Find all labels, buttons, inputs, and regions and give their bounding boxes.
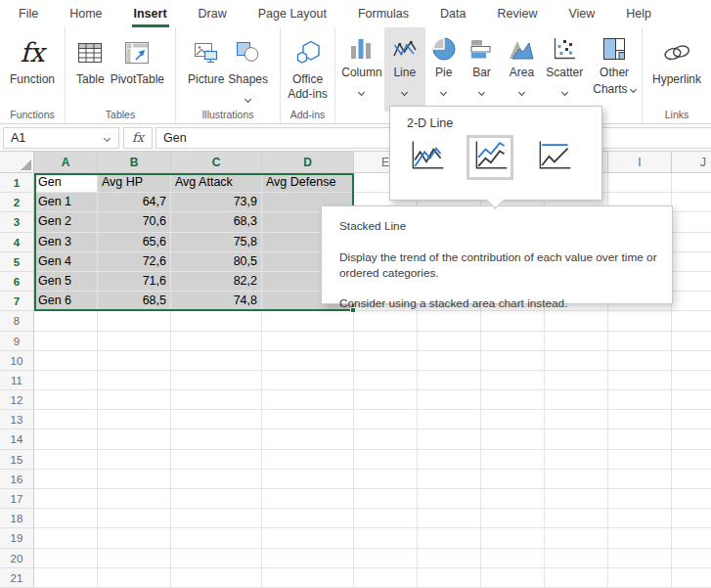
cell-C12[interactable] [171,390,262,410]
gallery-item-100-stacked-line[interactable] [530,135,577,180]
cell-G13[interactable] [481,410,545,430]
cell-A2[interactable]: Gen 1 [34,193,98,212]
cell-D1[interactable]: Avg Defense [262,173,354,193]
row-header-18[interactable]: 18 [0,509,34,528]
row-header-16[interactable]: 16 [0,470,34,489]
cell-I1[interactable] [608,173,672,193]
cell-C4[interactable]: 75,8 [171,233,262,252]
cell-G9[interactable] [481,332,545,351]
cell-B14[interactable] [98,430,171,449]
row-header-3[interactable]: 3 [0,212,34,232]
cell-G11[interactable] [481,371,545,390]
cell-D10[interactable] [262,351,354,371]
cell-F9[interactable] [418,332,481,351]
row-header-19[interactable]: 19 [0,528,34,548]
cell-H9[interactable] [545,332,608,351]
cell-B18[interactable] [98,509,171,528]
cell-I8[interactable] [608,311,672,331]
gallery-item-line[interactable] [403,135,450,180]
cell-G15[interactable] [481,450,545,470]
cell-B11[interactable] [98,371,171,390]
cell-J15[interactable] [672,450,711,470]
cell-B3[interactable]: 70,6 [98,212,171,232]
tab-review[interactable]: Review [497,0,537,27]
cell-I18[interactable] [608,509,672,528]
cell-D19[interactable] [262,528,354,548]
row-header-21[interactable]: 21 [0,568,34,588]
cell-E20[interactable] [354,549,418,568]
cell-G14[interactable] [481,430,545,449]
ribbon-button-other-charts[interactable]: OtherCharts [587,27,642,112]
picture-button[interactable]: Picture [188,27,224,108]
cell-H11[interactable] [545,371,608,390]
cell-H18[interactable] [545,509,608,528]
cell-B4[interactable]: 65,6 [98,233,171,252]
cell-I11[interactable] [608,371,672,390]
cell-F13[interactable] [418,410,481,430]
ribbon-button-pie[interactable]: Pie [425,27,463,112]
cell-H15[interactable] [545,450,608,470]
row-header-9[interactable]: 9 [0,332,34,351]
cell-C1[interactable]: Avg Attack [171,173,262,193]
cell-J1[interactable] [672,173,711,193]
cell-D12[interactable] [262,390,354,410]
cell-F16[interactable] [418,470,481,489]
cell-D15[interactable] [262,450,354,470]
row-header-6[interactable]: 6 [0,272,34,292]
column-header-C[interactable]: C [171,152,262,173]
cell-I15[interactable] [608,450,672,470]
cell-C9[interactable] [171,332,262,351]
shapes-button[interactable]: Shapes [228,27,268,108]
cell-B17[interactable] [98,489,171,509]
ribbon-button-column[interactable]: Column [339,27,384,112]
cell-B9[interactable] [98,332,171,351]
cell-G12[interactable] [481,390,545,410]
cell-C15[interactable] [171,450,262,470]
cell-F15[interactable] [418,450,481,470]
cell-A6[interactable]: Gen 5 [34,272,98,292]
cell-D14[interactable] [262,430,354,449]
cell-G16[interactable] [481,470,545,489]
cell-E15[interactable] [354,450,418,470]
cell-C18[interactable] [171,509,262,528]
cell-J7[interactable] [672,292,711,311]
cell-A17[interactable] [34,489,98,509]
cell-A13[interactable] [34,410,98,430]
cell-J10[interactable] [672,351,711,371]
column-header-D[interactable]: D [262,152,354,173]
row-header-5[interactable]: 5 [0,252,34,272]
cell-D17[interactable] [262,489,354,509]
cell-H17[interactable] [545,489,608,509]
cell-B16[interactable] [98,470,171,489]
cell-B19[interactable] [98,528,171,548]
function-button[interactable]: fx Function [10,27,55,108]
cell-A4[interactable]: Gen 3 [34,233,98,252]
column-header-B[interactable]: B [98,152,171,173]
select-all-button[interactable] [0,152,34,173]
row-header-7[interactable]: 7 [0,292,34,311]
cell-A12[interactable] [34,390,98,410]
cell-A3[interactable]: Gen 2 [34,212,98,232]
cell-A9[interactable] [34,332,98,351]
cell-C16[interactable] [171,470,262,489]
cell-C6[interactable]: 82,2 [171,272,262,292]
cell-G18[interactable] [481,509,545,528]
cell-J8[interactable] [672,311,711,331]
cell-C20[interactable] [171,549,262,568]
cell-H13[interactable] [545,410,608,430]
row-header-11[interactable]: 11 [0,371,34,390]
cell-I16[interactable] [608,470,672,489]
cell-J21[interactable] [672,568,711,588]
cell-I21[interactable] [608,568,672,588]
cell-B6[interactable]: 71,6 [98,272,171,292]
cell-I14[interactable] [608,430,672,449]
cell-A10[interactable] [34,351,98,371]
cell-F8[interactable] [418,311,481,331]
cell-B8[interactable] [98,311,171,331]
row-header-8[interactable]: 8 [0,311,34,331]
cell-C2[interactable]: 73,9 [171,193,262,212]
cell-A7[interactable]: Gen 6 [34,292,98,311]
cell-E10[interactable] [354,351,418,371]
cell-G20[interactable] [481,549,545,568]
cell-F10[interactable] [418,351,481,371]
